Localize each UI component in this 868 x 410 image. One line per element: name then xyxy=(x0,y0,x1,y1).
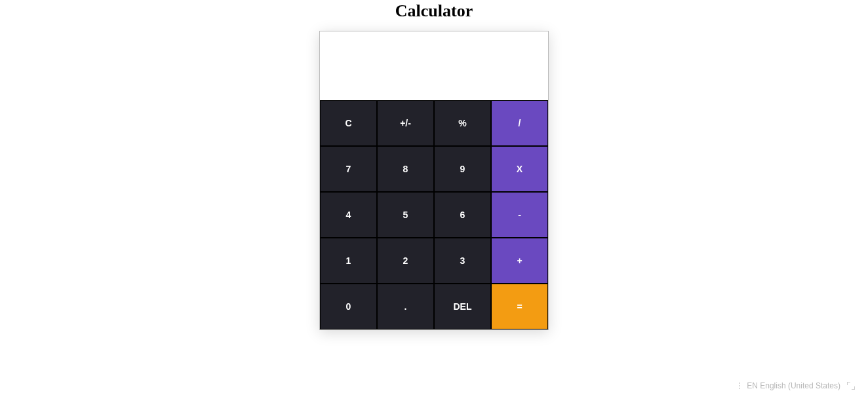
eight-button[interactable]: 8 xyxy=(377,146,434,192)
equals-button[interactable]: = xyxy=(491,284,548,329)
expand-icon xyxy=(847,382,855,390)
calculator-display xyxy=(320,31,548,100)
calculator-container: C +/- % / 7 8 9 X 4 5 6 - 1 2 3 + 0 . DE… xyxy=(319,31,549,330)
sign-button[interactable]: +/- xyxy=(377,100,434,146)
drag-handle-icon xyxy=(739,382,740,389)
calculator-keypad: C +/- % / 7 8 9 X 4 5 6 - 1 2 3 + 0 . DE… xyxy=(320,100,548,329)
page-title: Calculator xyxy=(0,0,868,21)
four-button[interactable]: 4 xyxy=(320,192,377,238)
percent-button[interactable]: % xyxy=(434,100,491,146)
language-indicator[interactable]: EN English (United States) xyxy=(739,381,855,390)
subtract-button[interactable]: - xyxy=(491,192,548,238)
delete-button[interactable]: DEL xyxy=(434,284,491,329)
seven-button[interactable]: 7 xyxy=(320,146,377,192)
six-button[interactable]: 6 xyxy=(434,192,491,238)
decimal-button[interactable]: . xyxy=(377,284,434,329)
three-button[interactable]: 3 xyxy=(434,238,491,284)
zero-button[interactable]: 0 xyxy=(320,284,377,329)
nine-button[interactable]: 9 xyxy=(434,146,491,192)
divide-button[interactable]: / xyxy=(491,100,548,146)
two-button[interactable]: 2 xyxy=(377,238,434,284)
language-label: EN English (United States) xyxy=(747,381,840,390)
multiply-button[interactable]: X xyxy=(491,146,548,192)
clear-button[interactable]: C xyxy=(320,100,377,146)
add-button[interactable]: + xyxy=(491,238,548,284)
five-button[interactable]: 5 xyxy=(377,192,434,238)
one-button[interactable]: 1 xyxy=(320,238,377,284)
